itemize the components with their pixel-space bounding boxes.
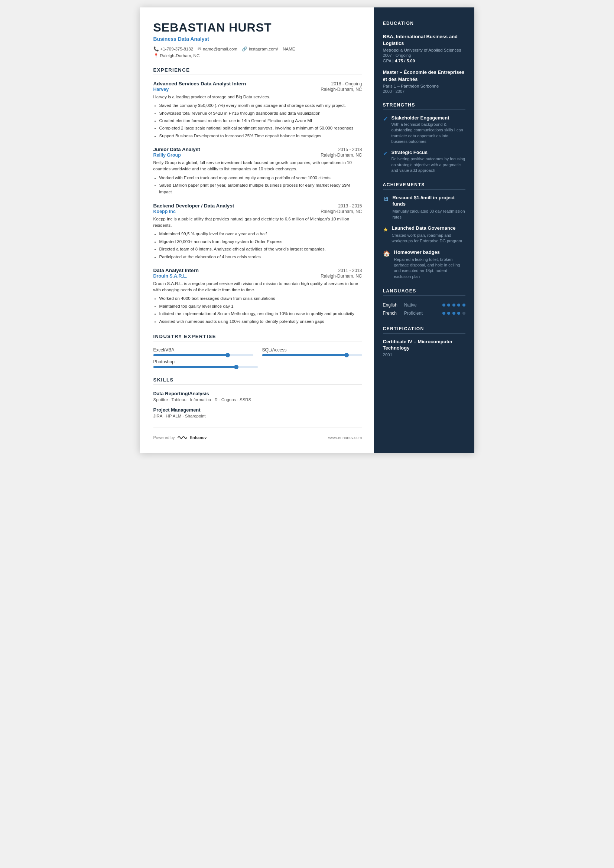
lang-dots-1 — [431, 309, 465, 317]
edu-school-1: Paris 1 – Panthéon Sorbonne — [383, 84, 465, 88]
expertise-label-0: Excel/VBA — [154, 347, 253, 353]
achievement-entry-1: ★ Launched Data Governance Created work … — [383, 225, 465, 244]
exp-entry-3: Data Analyst Intern 2011 - 2013 Drouin S… — [154, 268, 362, 325]
resume-container: SEBASTIAN HURST Business Data Analyst 📞 … — [140, 8, 474, 453]
achievement-entry-0: 🖥 Rescued $1.5mill in project funds Manu… — [383, 195, 465, 220]
exp-title-3: Data Analyst Intern — [154, 268, 199, 273]
exp-header-0: Advanced Services Data Analyst Intern 20… — [154, 81, 362, 87]
achievement-content-2: Homeowner badges Repaired a leaking toil… — [394, 250, 465, 279]
enhancv-logo-icon — [177, 435, 188, 440]
exp-title-1: Junior Data Analyst — [154, 147, 200, 152]
left-column: SEBASTIAN HURST Business Data Analyst 📞 … — [140, 8, 374, 453]
exp-entry-1: Junior Data Analyst 2015 - 2018 Reilly G… — [154, 147, 362, 195]
expertise-item-0: Excel/VBA — [154, 347, 253, 356]
experience-section: EXPERIENCE Advanced Services Data Analys… — [154, 67, 362, 325]
instagram-value: instagram.com/__NAME__ — [249, 47, 300, 51]
edu-dates-0: 2007 - Ongoing — [383, 53, 465, 57]
exp-sub-1: Reilly Group Raleigh-Durham, NC — [154, 152, 362, 158]
exp-header-1: Junior Data Analyst 2015 - 2018 — [154, 147, 362, 152]
exp-dates-3: 2011 - 2013 — [338, 268, 362, 273]
dot-0-4 — [457, 304, 460, 307]
expertise-bar-1 — [262, 354, 362, 356]
exp-sub-0: Harvey Raleigh-Durham, NC — [154, 87, 362, 92]
achievement-content-1: Launched Data Governance Created work pl… — [392, 225, 465, 244]
achievement-desc-0: Manually calculated 30 day readmission r… — [393, 209, 465, 220]
skill-name-1: Project Management — [154, 407, 362, 413]
expertise-fill-1 — [262, 354, 347, 356]
languages-title: LANGUAGES — [383, 288, 465, 296]
footer-powered: Powered by Enhancv — [154, 435, 207, 440]
skill-items-0: Spotfire · Tableau · Informatica · R · C… — [154, 397, 362, 402]
bullet-item: Saved the company $50,000 (.7%) every mo… — [159, 102, 362, 109]
bullet-item: Showcased total revenue of $42B in FY16 … — [159, 110, 362, 116]
achievement-entry-2: 🏠 Homeowner badges Repaired a leaking to… — [383, 250, 465, 279]
achievement-icon-1: ★ — [383, 226, 388, 233]
edu-entry-1: Master – Économie des Entreprises et des… — [383, 69, 465, 93]
strength-check-icon-0: ✔ — [383, 115, 388, 122]
edu-entry-0: BBA, International Business and Logistic… — [383, 33, 465, 63]
bullet-item: Migrated 30,000+ accounts from legacy sy… — [159, 238, 362, 245]
exp-entry-0: Advanced Services Data Analyst Intern 20… — [154, 81, 362, 139]
expertise-item-2: Photoshop — [154, 359, 362, 368]
exp-bullets-1: Worked with Excel to track and map accou… — [154, 174, 362, 195]
achievement-icon-0: 🖥 — [383, 195, 389, 202]
bullet-item: Directed a team of 8 interns. Analyzed e… — [159, 246, 362, 252]
achievement-icon-2: 🏠 — [383, 250, 390, 257]
dot-0-3 — [452, 304, 455, 307]
cert-year: 2001 — [383, 353, 465, 357]
dot-1-3 — [452, 312, 455, 315]
strength-check-icon-1: ✔ — [383, 150, 388, 157]
footer-brand: Enhancv — [190, 435, 207, 440]
strength-content-1: Strategic Focus Delivering positive outc… — [392, 150, 465, 173]
skills-section: SKILLS Data Reporting/Analysis Spotfire … — [154, 377, 362, 418]
exp-dates-0: 2018 - Ongoing — [331, 81, 362, 87]
lang-name-0: English — [383, 301, 404, 309]
edu-degree-1: Master – Économie des Entreprises et des… — [383, 69, 465, 82]
expertise-label-2: Photoshop — [154, 359, 362, 364]
achievement-content-0: Rescued $1.5mill in project funds Manual… — [393, 195, 465, 220]
achievement-title-2: Homeowner badges — [394, 250, 465, 256]
strength-entry-0: ✔ Stakeholder Engagement With a technica… — [383, 115, 465, 145]
exp-dates-1: 2015 - 2018 — [338, 147, 362, 152]
expertise-label-1: SQL/Access — [262, 347, 362, 353]
bullet-item: Worked on 4000 text messages drawn from … — [159, 295, 362, 302]
phone-item: 📞 +1-709-375-8132 — [154, 46, 194, 51]
edu-gpa-0: GPA | 4.75 / 5.00 — [383, 59, 465, 63]
exp-dates-2: 2013 - 2015 — [338, 203, 362, 209]
skill-name-0: Data Reporting/Analysis — [154, 391, 362, 396]
contact-row: 📞 +1-709-375-8132 ✉ name@gmail.com 🔗 ins… — [154, 46, 362, 51]
skill-items-1: JIRA · HP ALM · Sharepoint — [154, 414, 362, 418]
certification-title: CERTIFICATION — [383, 326, 465, 333]
bullet-item: Saved 1Million paper print per year, aut… — [159, 182, 362, 195]
footer-url: www.enhancv.com — [328, 435, 362, 440]
dot-1-1 — [442, 312, 445, 315]
bullet-item: Participated at the elaboration of 4 hou… — [159, 253, 362, 260]
strength-entry-1: ✔ Strategic Focus Delivering positive ou… — [383, 150, 465, 173]
exp-location-0: Raleigh-Durham, NC — [320, 87, 362, 92]
exp-company-2: Koepp Inc — [154, 209, 176, 214]
strength-desc-0: With a technical background & outstandin… — [392, 122, 465, 145]
skill-entry-0: Data Reporting/Analysis Spotfire · Table… — [154, 391, 362, 402]
achievement-title-0: Rescued $1.5mill in project funds — [393, 195, 465, 208]
strengths-section: STRENGTHS ✔ Stakeholder Engagement With … — [383, 102, 465, 174]
instagram-item: 🔗 instagram.com/__NAME__ — [242, 46, 300, 51]
dot-0-5 — [462, 304, 465, 307]
bullet-item: Maintained 99,5 % quality level for over… — [159, 231, 362, 237]
exp-company-0: Harvey — [154, 87, 169, 92]
exp-desc-0: Harvey is a leading provider of storage … — [154, 94, 362, 100]
expertise-section: INDUSTRY EXPERTISE Excel/VBA SQL/Access … — [154, 333, 362, 368]
exp-location-1: Raleigh-Durham, NC — [320, 152, 362, 158]
education-title: EDUCATION — [383, 21, 465, 28]
exp-desc-2: Koepp Inc is a public utility that provi… — [154, 216, 362, 229]
exp-sub-2: Koepp Inc Raleigh-Durham, NC — [154, 209, 362, 214]
edu-gpa-value-0: 4.75 / 5.00 — [395, 59, 415, 63]
expertise-item-1: SQL/Access — [262, 347, 362, 356]
exp-header-2: Backend Developer / Data Analyst 2013 - … — [154, 203, 362, 209]
exp-header-3: Data Analyst Intern 2011 - 2013 — [154, 268, 362, 273]
exp-location-2: Raleigh-Durham, NC — [320, 209, 362, 214]
experience-title: EXPERIENCE — [154, 67, 362, 75]
location-row: 📍 Raleigh-Durham, NC — [154, 53, 362, 58]
exp-bullets-3: Worked on 4000 text messages drawn from … — [154, 295, 362, 325]
bullet-item: Maintained top quality level since day 1 — [159, 303, 362, 310]
email-value: name@gmail.com — [203, 47, 237, 51]
